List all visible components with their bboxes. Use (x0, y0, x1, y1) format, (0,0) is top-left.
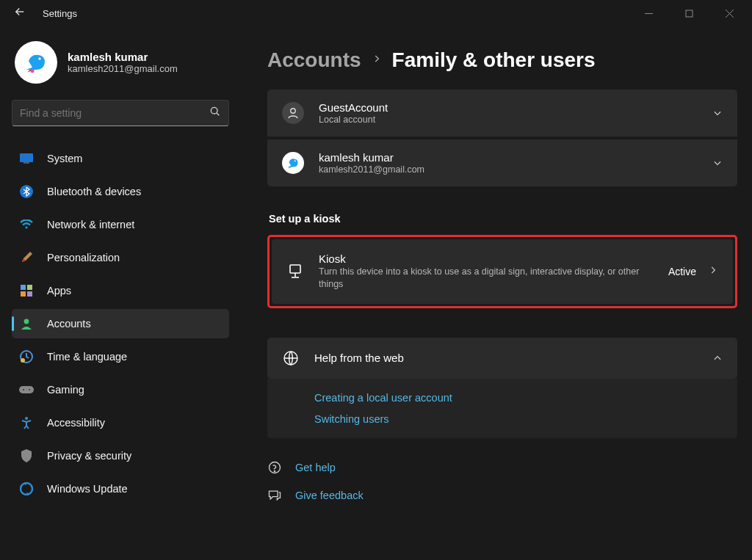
svg-point-24 (291, 109, 295, 113)
svg-point-25 (294, 160, 296, 161)
kiosk-title: Kiosk (319, 252, 654, 265)
help-links: Creating a local user account Switching … (267, 379, 737, 438)
chevron-down-icon (712, 108, 723, 118)
wifi-icon (19, 217, 34, 232)
svg-point-31 (274, 470, 275, 471)
bird-avatar-icon (21, 48, 51, 77)
update-icon (19, 481, 34, 496)
kiosk-card[interactable]: Kiosk Turn this device into a kiosk to u… (272, 239, 733, 304)
user-name: GuestAccount (319, 101, 698, 114)
user-sub: kamlesh2011@gmail.com (319, 164, 698, 175)
footer-links: Get help Give feedback (267, 460, 737, 503)
back-arrow-icon[interactable] (13, 5, 26, 21)
nav-label: System (47, 153, 82, 164)
breadcrumb-current: Family & other users (392, 48, 596, 72)
svg-rect-12 (21, 285, 26, 290)
sidebar-item-accessibility[interactable]: Accessibility (12, 408, 229, 437)
nav-label: Accounts (47, 318, 91, 330)
profile-name: kamlesh kumar (68, 51, 178, 63)
section-title-kiosk: Set up a kiosk (269, 213, 737, 225)
svg-point-21 (29, 389, 30, 390)
sidebar-item-bluetooth[interactable]: Bluetooth & devices (12, 177, 229, 206)
accessibility-icon (19, 415, 34, 430)
breadcrumb-parent[interactable]: Accounts (267, 48, 361, 72)
kiosk-highlight: Kiosk Turn this device into a kiosk to u… (267, 235, 737, 308)
nav-list: System Bluetooth & devices Network & int… (12, 144, 231, 503)
search-box[interactable] (12, 100, 229, 126)
chevron-up-icon (712, 353, 723, 363)
close-button[interactable] (713, 3, 746, 23)
sidebar-item-network[interactable]: Network & internet (12, 210, 229, 239)
sidebar: kamlesh kumar kamlesh2011@gmail.com Syst… (0, 26, 235, 560)
svg-rect-1 (686, 10, 693, 17)
breadcrumb: Accounts Family & other users (267, 48, 737, 72)
svg-rect-14 (21, 291, 26, 297)
profile-block[interactable]: kamlesh kumar kamlesh2011@gmail.com (15, 41, 231, 84)
svg-point-6 (211, 107, 217, 114)
help-card[interactable]: Help from the web (267, 338, 737, 379)
help-title: Help from the web (314, 352, 698, 364)
nav-label: Bluetooth & devices (47, 186, 141, 197)
help-icon (267, 460, 282, 475)
titlebar: Settings (0, 0, 752, 26)
svg-point-11 (25, 226, 27, 228)
user-list: GuestAccount Local account kamlesh kumar… (267, 90, 737, 186)
get-help-link[interactable]: Get help (295, 462, 336, 473)
svg-point-5 (31, 69, 35, 73)
svg-line-7 (217, 113, 219, 115)
svg-rect-8 (20, 153, 33, 162)
brush-icon (19, 250, 34, 265)
chevron-right-icon (708, 265, 718, 278)
nav-label: Apps (47, 285, 71, 297)
chevron-down-icon (712, 158, 723, 168)
minimize-button[interactable] (632, 3, 665, 23)
svg-point-22 (25, 417, 28, 420)
svg-rect-13 (27, 285, 32, 290)
sidebar-item-personalization[interactable]: Personalization (12, 243, 229, 272)
window-title: Settings (43, 8, 77, 19)
give-feedback-link[interactable]: Give feedback (295, 490, 364, 501)
gaming-icon (19, 382, 34, 397)
chevron-right-icon (372, 54, 382, 67)
clock-icon (19, 349, 34, 364)
nav-label: Time & language (47, 351, 127, 363)
main-content: Accounts Family & other users GuestAccou… (235, 26, 752, 560)
nav-label: Privacy & security (47, 450, 131, 462)
window-controls (632, 3, 746, 23)
user-row-kamlesh[interactable]: kamlesh kumar kamlesh2011@gmail.com (267, 139, 737, 186)
bluetooth-icon (19, 184, 34, 199)
nav-label: Windows Update (47, 483, 128, 495)
sidebar-item-gaming[interactable]: Gaming (12, 375, 229, 404)
sidebar-item-apps[interactable]: Apps (12, 276, 229, 305)
search-input[interactable] (20, 107, 209, 119)
help-link-switching-users[interactable]: Switching users (314, 413, 690, 425)
accounts-icon (19, 316, 34, 331)
bird-avatar-icon (282, 152, 304, 174)
profile-email: kamlesh2011@gmail.com (68, 63, 178, 74)
feedback-icon (267, 488, 282, 503)
user-row-guest[interactable]: GuestAccount Local account (267, 90, 737, 137)
search-icon (209, 106, 221, 120)
svg-point-18 (21, 358, 25, 363)
user-name: kamlesh kumar (319, 151, 698, 164)
person-icon (282, 102, 304, 124)
shield-icon (19, 448, 34, 463)
help-link-local-account[interactable]: Creating a local user account (314, 392, 690, 404)
kiosk-status: Active (668, 266, 696, 277)
kiosk-desc: Turn this device into a kiosk to use as … (319, 266, 654, 291)
system-icon (19, 151, 34, 166)
sidebar-item-windows-update[interactable]: Windows Update (12, 474, 229, 503)
svg-point-23 (21, 483, 32, 495)
maximize-button[interactable] (673, 3, 706, 23)
user-sub: Local account (319, 114, 698, 125)
sidebar-item-system[interactable]: System (12, 144, 229, 173)
nav-label: Gaming (47, 384, 84, 396)
kiosk-icon (286, 263, 304, 280)
apps-icon (19, 283, 34, 298)
nav-label: Personalization (47, 252, 120, 263)
sidebar-item-privacy[interactable]: Privacy & security (12, 441, 229, 470)
sidebar-item-time-language[interactable]: Time & language (12, 342, 229, 371)
sidebar-item-accounts[interactable]: Accounts (12, 309, 229, 338)
avatar (15, 41, 57, 84)
svg-point-4 (38, 57, 40, 59)
